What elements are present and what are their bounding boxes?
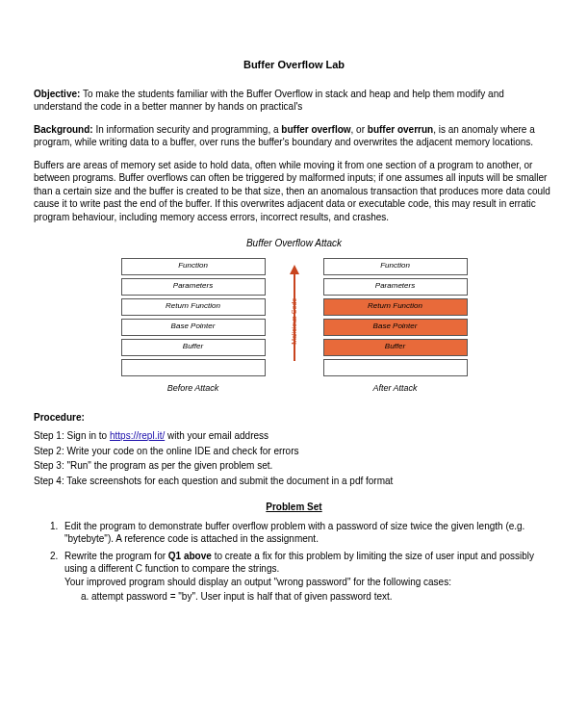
stack-captions-row: Before Attack After Attack bbox=[121, 382, 468, 394]
arrow-column: Malicious Code bbox=[280, 259, 309, 374]
procedure-label: Procedure: bbox=[34, 411, 554, 425]
cell: Parameters bbox=[121, 278, 266, 296]
cell: Return Function bbox=[121, 298, 266, 316]
cell: Buffer bbox=[121, 339, 266, 356]
problem-2a: attempt password = "by". User input is h… bbox=[91, 590, 554, 604]
cell-corrupt: Base Pointer bbox=[323, 319, 468, 336]
arrow-label: Malicious Code bbox=[290, 298, 298, 345]
cell bbox=[121, 359, 266, 376]
document-page: Buffer Overflow Lab Objective: To make t… bbox=[0, 0, 588, 721]
stack-before: Function Parameters Return Function Base… bbox=[121, 258, 266, 376]
cell-corrupt: Return Function bbox=[323, 298, 468, 316]
procedure-steps: Step 1: Sign in to https://repl.it/ with… bbox=[34, 429, 554, 487]
problem-2-sublist: attempt password = "by". User input is h… bbox=[91, 590, 554, 604]
cell: Parameters bbox=[323, 278, 468, 296]
objective-text: To make the students familiar with the B… bbox=[34, 89, 504, 113]
step-1: Step 1: Sign in to https://repl.it/ with… bbox=[34, 429, 554, 443]
arrow-up-icon bbox=[290, 265, 299, 274]
cell: Function bbox=[323, 258, 468, 275]
repl-link[interactable]: https://repl.it/ bbox=[110, 430, 165, 441]
cell-corrupt: Buffer bbox=[323, 339, 468, 356]
cell: Base Pointer bbox=[121, 319, 266, 336]
problem-2: Rewrite the program for Q1 above to crea… bbox=[61, 550, 554, 604]
cell: Function bbox=[121, 258, 266, 275]
diagram-title: Buffer Overflow Attack bbox=[34, 237, 554, 250]
problem-list: Edit the program to demonstrate buffer o… bbox=[61, 520, 554, 604]
objective-label: Objective: bbox=[34, 89, 80, 99]
step-4: Step 4: Take screenshots for each questi… bbox=[34, 475, 554, 488]
caption-before: Before Attack bbox=[121, 382, 266, 394]
problem-set-title: Problem Set bbox=[34, 501, 554, 514]
page-title: Buffer Overflow Lab bbox=[34, 58, 554, 72]
background-label: Background: bbox=[34, 124, 93, 135]
cell bbox=[323, 359, 468, 376]
diagram: Function Parameters Return Function Base… bbox=[121, 258, 468, 376]
stack-after: Function Parameters Return Function Base… bbox=[323, 258, 468, 376]
step-2: Step 2: Write your code on the online ID… bbox=[34, 445, 554, 458]
problem-1: Edit the program to demonstrate buffer o… bbox=[61, 520, 554, 546]
objective-paragraph: Objective: To make the students familiar… bbox=[34, 88, 554, 114]
caption-after: After Attack bbox=[323, 382, 468, 394]
background-paragraph-1: Background: In information security and … bbox=[34, 123, 554, 149]
background-paragraph-2: Buffers are areas of memory set aside to… bbox=[34, 159, 554, 224]
step-3: Step 3: "Run" the program as per the giv… bbox=[34, 459, 554, 473]
